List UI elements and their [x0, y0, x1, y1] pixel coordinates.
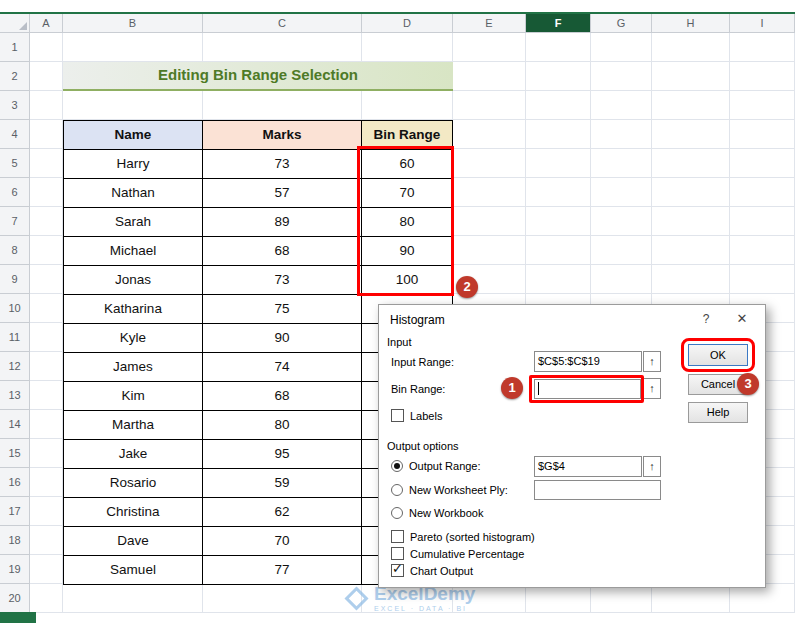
column-header-G[interactable]: G	[591, 14, 652, 33]
dialog-help-button[interactable]: ?	[695, 310, 717, 328]
cell-name-row8[interactable]: Michael	[64, 237, 203, 266]
cell-bin-row6[interactable]: 70	[362, 179, 453, 208]
range-selector-icon: ↑	[649, 460, 655, 472]
row-header-15[interactable]: 15	[0, 439, 30, 468]
cell-marks-row16[interactable]: 59	[203, 469, 362, 498]
row-header-10[interactable]: 10	[0, 294, 30, 323]
chart-output-checkbox-row[interactable]: ✓ Chart Output	[391, 564, 473, 577]
row-header-20[interactable]: 20	[0, 584, 30, 613]
new-worksheet-radio-row[interactable]: New Worksheet Ply:	[391, 484, 508, 496]
column-header-C[interactable]: C	[203, 14, 362, 33]
row-header-13[interactable]: 13	[0, 381, 30, 410]
row-header-11[interactable]: 11	[0, 323, 30, 352]
cell-name-row6[interactable]: Nathan	[64, 179, 203, 208]
table-header-bin[interactable]: Bin Range	[362, 121, 453, 150]
check-icon: ✓	[392, 562, 403, 575]
row-header-7[interactable]: 7	[0, 207, 30, 236]
row-header-19[interactable]: 19	[0, 555, 30, 584]
output-range-radio-row[interactable]: Output Range:	[391, 460, 481, 472]
cell-name-row9[interactable]: Jonas	[64, 266, 203, 295]
cell-name-row10[interactable]: Katharina	[64, 295, 203, 324]
table-header-name[interactable]: Name	[64, 121, 203, 150]
cell-marks-row17[interactable]: 62	[203, 498, 362, 527]
row-header-8[interactable]: 8	[0, 236, 30, 265]
row-header-1[interactable]: 1	[0, 33, 30, 62]
labels-checkbox[interactable]	[391, 409, 404, 422]
output-range-radio-label: Output Range:	[409, 460, 481, 472]
row-header-14[interactable]: 14	[0, 410, 30, 439]
input-range-field[interactable]: $C$5:$C$19	[534, 351, 642, 372]
row-header-9[interactable]: 9	[0, 265, 30, 294]
dialog-close-button[interactable]: ✕	[731, 310, 753, 328]
dialog-title: Histogram	[390, 313, 445, 327]
row-header-17[interactable]: 17	[0, 497, 30, 526]
bin-range-picker-button[interactable]: ↑	[643, 378, 661, 399]
row-header-6[interactable]: 6	[0, 178, 30, 207]
output-range-field[interactable]: $G$4	[534, 456, 642, 477]
cell-marks-row10[interactable]: 75	[203, 295, 362, 324]
cell-marks-row13[interactable]: 68	[203, 382, 362, 411]
output-range-picker-button[interactable]: ↑	[643, 456, 661, 477]
column-header-H[interactable]: H	[652, 14, 730, 33]
chart-output-checkbox[interactable]: ✓	[391, 564, 404, 577]
column-header-B[interactable]: B	[63, 14, 203, 33]
new-workbook-radio-row[interactable]: New Workbook	[391, 507, 483, 519]
cell-marks-row7[interactable]: 89	[203, 208, 362, 237]
row-header-2[interactable]: 2	[0, 62, 30, 91]
labels-checkbox-row[interactable]: Labels	[391, 409, 442, 422]
cell-name-row12[interactable]: James	[64, 353, 203, 382]
cell-name-row11[interactable]: Kyle	[64, 324, 203, 353]
column-header-I[interactable]: I	[730, 14, 795, 33]
new-worksheet-radio[interactable]	[391, 484, 403, 496]
cell-bin-row5[interactable]: 60	[362, 150, 453, 179]
column-header-E[interactable]: E	[453, 14, 526, 33]
row-header-16[interactable]: 16	[0, 468, 30, 497]
cell-marks-row15[interactable]: 95	[203, 440, 362, 469]
column-header-F[interactable]: F	[526, 14, 591, 33]
cell-name-row15[interactable]: Jake	[64, 440, 203, 469]
pareto-checkbox-row[interactable]: Pareto (sorted histogram)	[391, 530, 535, 543]
new-workbook-radio[interactable]	[391, 507, 403, 519]
row-header-4[interactable]: 4	[0, 120, 30, 149]
bin-range-field[interactable]	[534, 379, 641, 399]
cell-marks-row11[interactable]: 90	[203, 324, 362, 353]
row-header-5[interactable]: 5	[0, 149, 30, 178]
excel-window: ABCDEFGHI 123456789101112131415161718192…	[0, 0, 795, 623]
cell-marks-row9[interactable]: 73	[203, 266, 362, 295]
pareto-checkbox[interactable]	[391, 530, 404, 543]
row-header-18[interactable]: 18	[0, 526, 30, 555]
select-all-box[interactable]	[0, 14, 30, 33]
cell-marks-row6[interactable]: 57	[203, 179, 362, 208]
column-header-D[interactable]: D	[362, 14, 453, 33]
table-header-marks[interactable]: Marks	[203, 121, 362, 150]
cell-marks-row8[interactable]: 68	[203, 237, 362, 266]
cell-marks-row14[interactable]: 80	[203, 411, 362, 440]
histogram-dialog: Histogram ? ✕ Input Input Range: $C$5:$C…	[378, 304, 766, 588]
cell-name-row18[interactable]: Dave	[64, 527, 203, 556]
cell-name-row13[interactable]: Kim	[64, 382, 203, 411]
output-range-radio[interactable]	[391, 460, 403, 472]
cell-name-row19[interactable]: Samuel	[64, 556, 203, 585]
row-header-3[interactable]: 3	[0, 91, 30, 120]
ok-button[interactable]: OK	[688, 344, 748, 366]
cell-marks-row18[interactable]: 70	[203, 527, 362, 556]
help-button[interactable]: Help	[688, 402, 748, 423]
new-worksheet-field[interactable]	[534, 480, 661, 500]
cell-name-row14[interactable]: Martha	[64, 411, 203, 440]
cumulative-checkbox-row[interactable]: Cumulative Percentage	[391, 547, 524, 560]
exceldemy-logo-icon	[344, 586, 368, 610]
cell-marks-row5[interactable]: 73	[203, 150, 362, 179]
cell-bin-row8[interactable]: 90	[362, 237, 453, 266]
cell-bin-row7[interactable]: 80	[362, 208, 453, 237]
cell-name-row16[interactable]: Rosario	[64, 469, 203, 498]
column-header-A[interactable]: A	[30, 14, 63, 33]
cell-name-row17[interactable]: Christina	[64, 498, 203, 527]
cell-marks-row19[interactable]: 77	[203, 556, 362, 585]
cumulative-checkbox[interactable]	[391, 547, 404, 560]
cell-marks-row12[interactable]: 74	[203, 353, 362, 382]
cell-bin-row9[interactable]: 100	[362, 266, 453, 295]
cell-name-row7[interactable]: Sarah	[64, 208, 203, 237]
input-range-picker-button[interactable]: ↑	[643, 351, 661, 372]
row-header-12[interactable]: 12	[0, 352, 30, 381]
cell-name-row5[interactable]: Harry	[64, 150, 203, 179]
